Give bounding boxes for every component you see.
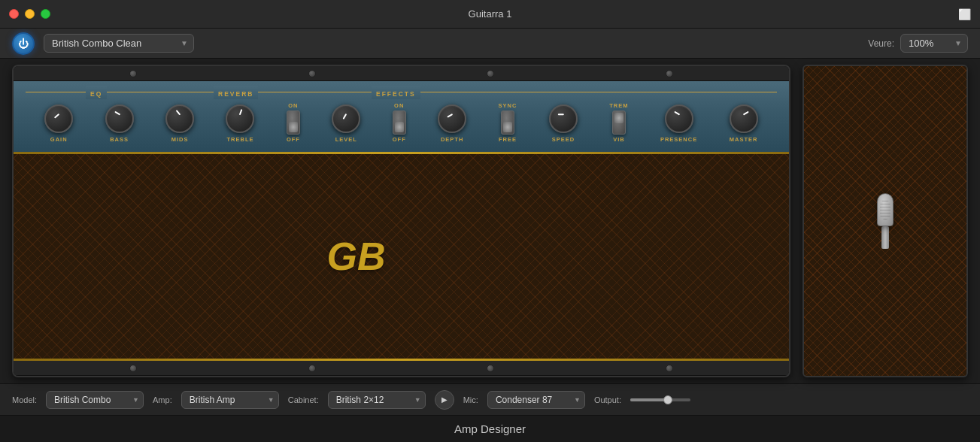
reverb-level-knob[interactable] [332, 104, 360, 133]
gain-label: GAIN [50, 136, 68, 143]
screw-7 [487, 365, 494, 372]
trem-toggle-group: TREM VIB [609, 102, 628, 143]
play-icon: ▶ [441, 395, 448, 404]
reverb-on-label: ON [288, 102, 298, 109]
model-label: Model: [12, 395, 37, 404]
mids-knob-group: MIDS [165, 104, 194, 143]
expand-icon[interactable]: ⬜ [958, 8, 971, 20]
volume-selector-wrapper: 100% 75% 50% ▼ [900, 34, 968, 53]
free-label: FREE [499, 136, 517, 143]
window-controls [9, 9, 50, 19]
reverb-off-label: OFF [287, 136, 300, 143]
mids-label: MIDS [171, 136, 189, 143]
cabinet-selector-wrapper: British 2×12 ▼ [328, 391, 426, 409]
effects-off-label: OFF [393, 136, 406, 143]
amp-logo: GB [327, 234, 386, 279]
mic-label: Mic: [463, 395, 478, 404]
amp-label: Amp: [153, 395, 172, 404]
speaker-cabinet [803, 65, 968, 377]
cabinet-select[interactable]: British 2×12 [328, 391, 426, 409]
maximize-button[interactable] [41, 9, 50, 19]
screw-5 [129, 365, 137, 372]
gain-knob[interactable] [44, 104, 73, 133]
sync-toggle[interactable] [501, 110, 514, 135]
screw-6 [308, 365, 316, 372]
screw-8 [666, 365, 673, 372]
bass-label: BASS [110, 136, 129, 143]
controls-row: GAIN BASS MIDS TREBLE [26, 102, 777, 143]
treble-label: TREBLE [226, 136, 253, 143]
mic-select[interactable]: Condenser 87 [487, 391, 585, 409]
bass-knob[interactable] [105, 104, 134, 133]
play-button[interactable]: ▶ [435, 390, 454, 410]
screw-4 [666, 70, 673, 77]
screw-1 [129, 70, 137, 77]
model-selector-wrapper: British Combo American Combo ▼ [46, 391, 144, 409]
speed-knob[interactable] [549, 104, 578, 133]
mic-head [877, 193, 894, 226]
minimize-button[interactable] [25, 9, 35, 19]
master-knob-group: MASTER [730, 104, 758, 143]
effects-section-label: EFFECTS [372, 86, 420, 99]
effects-toggle[interactable] [393, 110, 406, 135]
bass-knob-group: BASS [105, 104, 134, 143]
power-icon: ⏻ [18, 38, 29, 49]
vib-label: VIB [613, 136, 625, 143]
reverb-level-label: LEVEL [335, 136, 357, 143]
footer: Amp Designer [0, 415, 980, 442]
controls-panel: EQ REVERB EFFECTS GAIN [14, 81, 789, 152]
reverb-toggle-group: ON OFF [287, 102, 300, 143]
depth-knob[interactable] [438, 104, 466, 133]
amp-cabinet: GB [14, 154, 789, 359]
effects-toggle-group: ON OFF [393, 102, 406, 143]
main-content: EQ REVERB EFFECTS GAIN [0, 59, 980, 383]
sync-toggle-group: SYNC FREE [499, 102, 517, 143]
amp-screws-top [14, 66, 789, 81]
output-slider-fill [630, 398, 666, 401]
toolbar-right: Veure: 100% 75% 50% ▼ [868, 34, 968, 53]
treble-knob[interactable] [226, 104, 254, 133]
preset-selector-wrapper: British Combo Clean British Combo Crunch… [35, 34, 194, 53]
toolbar: ⏻ British Combo Clean British Combo Crun… [0, 29, 980, 59]
power-button[interactable]: ⏻ [12, 32, 35, 55]
model-select[interactable]: British Combo American Combo [46, 391, 144, 409]
speed-knob-group: SPEED [549, 104, 578, 143]
presence-label: PRESENCE [660, 136, 697, 143]
output-slider[interactable] [630, 398, 690, 401]
volume-label: Veure: [868, 38, 894, 49]
master-knob[interactable] [730, 104, 758, 133]
sync-label: SYNC [499, 102, 517, 109]
amp-screws-bottom [14, 361, 789, 376]
presence-knob-group: PRESENCE [660, 104, 697, 143]
output-label: Output: [594, 395, 621, 404]
close-button[interactable] [9, 9, 19, 19]
mids-knob[interactable] [165, 104, 194, 133]
volume-select[interactable]: 100% 75% 50% [900, 34, 968, 53]
presence-knob[interactable] [665, 104, 693, 133]
amp-head: EQ REVERB EFFECTS GAIN [12, 65, 790, 377]
title-bar-right: ⬜ [958, 8, 971, 20]
microphone [877, 193, 894, 249]
reverb-section-label: REVERB [214, 86, 258, 99]
effects-on-label: ON [394, 102, 404, 109]
screw-3 [487, 70, 494, 77]
treble-knob-group: TREBLE [226, 104, 254, 143]
trem-vib-toggle[interactable] [612, 110, 626, 135]
mic-selector-wrapper: Condenser 87 ▼ [487, 391, 585, 409]
footer-title: Amp Designer [454, 422, 526, 435]
amp-area: EQ REVERB EFFECTS GAIN [12, 65, 968, 377]
output-slider-thumb[interactable] [663, 395, 672, 404]
mic-body [881, 226, 889, 249]
cab-grille-pattern [14, 154, 789, 359]
cabinet-label: Cabinet: [288, 395, 319, 404]
reverb-level-knob-group: LEVEL [332, 104, 360, 143]
amp-select[interactable]: British Amp [181, 391, 279, 409]
preset-select[interactable]: British Combo Clean British Combo Crunch… [44, 34, 194, 53]
gain-knob-group: GAIN [44, 104, 73, 143]
title-bar: Guitarra 1 ⬜ [0, 0, 980, 29]
depth-label: DEPTH [441, 136, 463, 143]
reverb-toggle[interactable] [287, 110, 300, 135]
trem-label: TREM [609, 102, 628, 109]
master-label: MASTER [730, 136, 758, 143]
amp-selector-wrapper: British Amp ▼ [181, 391, 279, 409]
